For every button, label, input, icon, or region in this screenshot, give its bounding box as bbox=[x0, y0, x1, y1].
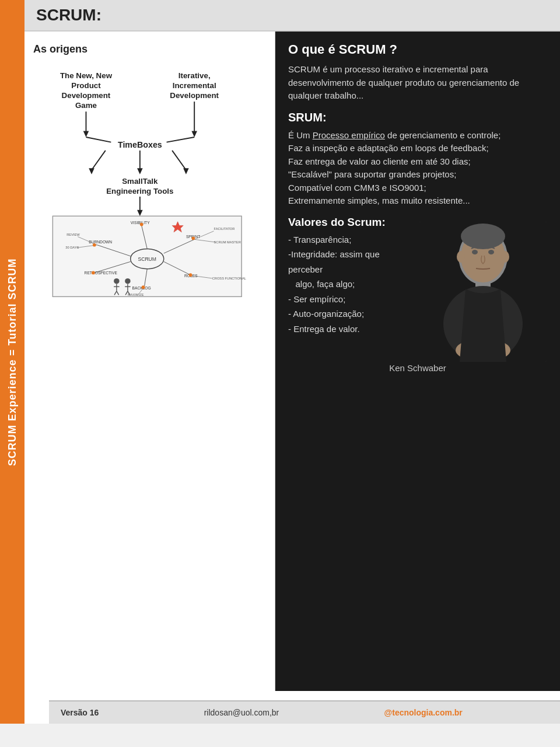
svg-text:MAXIMIZE: MAXIMIZE bbox=[127, 293, 144, 296]
svg-text:TimeBoxes: TimeBoxes bbox=[117, 140, 162, 149]
page-title: SCRUM: bbox=[36, 6, 102, 24]
svg-line-12 bbox=[86, 137, 111, 142]
svg-line-14 bbox=[92, 151, 106, 170]
svg-text:The New, New: The New, New bbox=[60, 71, 112, 80]
svg-text:Incremental: Incremental bbox=[172, 81, 216, 90]
svg-marker-17 bbox=[137, 168, 143, 174]
svg-point-77 bbox=[461, 224, 505, 249]
svg-point-54 bbox=[92, 271, 95, 275]
svg-text:BACKLOG: BACKLOG bbox=[132, 286, 150, 290]
svg-text:30 DAYS: 30 DAYS bbox=[65, 246, 79, 249]
svg-point-75 bbox=[457, 251, 465, 263]
svg-text:Development: Development bbox=[61, 91, 110, 100]
svg-point-63 bbox=[125, 278, 131, 284]
svg-text:Development: Development bbox=[170, 91, 219, 100]
footer-website: @tecnologia.com.br bbox=[384, 708, 463, 717]
ken-svg bbox=[419, 222, 547, 362]
svg-line-13 bbox=[166, 137, 194, 142]
footer-email: rildosan@uol.com,br bbox=[204, 708, 279, 717]
srum-text: É Um Processo empírico de gerenciamento … bbox=[288, 129, 547, 208]
svg-point-58 bbox=[114, 278, 120, 284]
diagram-svg: The New, New Product Development Game It… bbox=[39, 67, 261, 301]
svg-point-53 bbox=[92, 243, 96, 247]
right-panel: O que é SCRUM ? SCRUM é um processo iter… bbox=[275, 32, 560, 691]
footer-version: Versão 16 bbox=[61, 708, 99, 717]
svg-text:Engineering Tools: Engineering Tools bbox=[106, 187, 173, 196]
person-name: Ken Schwaber bbox=[288, 362, 547, 375]
svg-marker-19 bbox=[183, 168, 189, 174]
svg-text:FACILITATOR: FACILITATOR bbox=[214, 227, 235, 231]
intro-paragraph: SCRUM é um processo iterativo e incremen… bbox=[288, 63, 547, 103]
svg-text:SmallTalk: SmallTalk bbox=[122, 177, 158, 186]
svg-marker-23 bbox=[137, 210, 143, 216]
svg-text:Product: Product bbox=[71, 81, 101, 90]
svg-text:CROSS FUNCTIONAL: CROSS FUNCTIONAL bbox=[212, 277, 246, 280]
person-image bbox=[419, 222, 547, 362]
svg-point-73 bbox=[472, 250, 478, 254]
valores-section: Valores do Scrum: - Transparência; -Inte… bbox=[288, 216, 547, 337]
left-panel: As origens The New, New Product Developm… bbox=[24, 32, 275, 691]
srum-heading: SRUM: bbox=[288, 111, 547, 124]
origins-diagram: The New, New Product Development Game It… bbox=[33, 67, 266, 301]
svg-line-18 bbox=[172, 151, 186, 170]
svg-marker-8 bbox=[83, 131, 89, 137]
svg-point-57 bbox=[141, 285, 145, 289]
origins-heading: As origens bbox=[33, 43, 88, 55]
svg-point-56 bbox=[188, 273, 192, 277]
svg-point-76 bbox=[501, 251, 509, 263]
title-bar: SCRUM: bbox=[24, 0, 560, 32]
svg-text:BURNDOWN: BURNDOWN bbox=[89, 240, 112, 244]
content-area: As origens The New, New Product Developm… bbox=[24, 32, 560, 691]
svg-point-52 bbox=[139, 223, 143, 226]
sidebar-label: SCRUM Experience = Tutorial SCRUM bbox=[6, 258, 19, 466]
processo-empirico-text: Processo empírico bbox=[313, 130, 385, 140]
svg-text:RETROSPECTIVE: RETROSPECTIVE bbox=[84, 271, 117, 275]
svg-text:Game: Game bbox=[75, 101, 96, 110]
svg-text:Iterative,: Iterative, bbox=[178, 71, 210, 80]
svg-marker-15 bbox=[89, 168, 94, 174]
main-content: SCRUM: As origens The New, New Product D… bbox=[24, 0, 560, 724]
sidebar: SCRUM Experience = Tutorial SCRUM bbox=[0, 0, 24, 724]
svg-point-55 bbox=[191, 236, 195, 240]
svg-point-74 bbox=[488, 250, 494, 254]
svg-text:SCRUM MASTER: SCRUM MASTER bbox=[214, 240, 240, 244]
footer: Versão 16 rildosan@uol.com,br @tecnologi… bbox=[49, 700, 560, 724]
svg-text:SCRUM: SCRUM bbox=[138, 256, 156, 262]
svg-marker-10 bbox=[191, 131, 197, 137]
svg-text:REVIEW: REVIEW bbox=[66, 233, 80, 236]
question-heading: O que é SCRUM ? bbox=[288, 42, 547, 57]
